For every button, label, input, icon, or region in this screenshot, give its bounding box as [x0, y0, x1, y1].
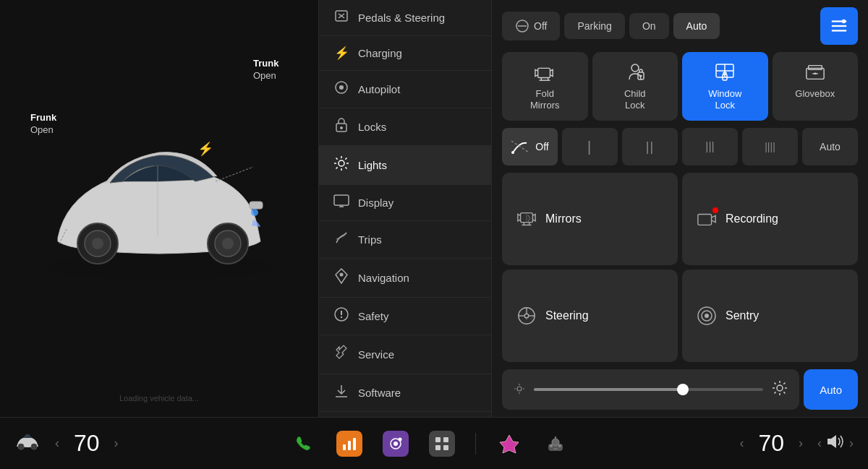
svg-point-4 [92, 238, 103, 249]
svg-rect-55 [808, 66, 822, 70]
frunk-label: Frunk Open [30, 112, 56, 137]
sidebar-item-charging-label: Charging [358, 47, 402, 59]
sidebar-item-software-label: Software [358, 387, 401, 399]
wiper-off-icon [511, 139, 529, 155]
sidebar-item-locks[interactable]: Locks [319, 108, 491, 146]
wiper-level2-button[interactable]: || [622, 128, 678, 165]
volume-decrease-button[interactable]: ‹ [817, 436, 822, 451]
svg-point-19 [339, 160, 344, 166]
recording-button[interactable]: Recording [682, 173, 858, 265]
app-party[interactable] [496, 431, 522, 457]
svg-point-58 [511, 151, 514, 154]
sidebar-item-pedals[interactable]: Pedals & Steering [319, 0, 491, 36]
lights-on-button[interactable]: On [629, 13, 669, 39]
speed-left-prev-arrow[interactable]: ‹ [55, 436, 59, 451]
brightness-slider-container[interactable] [502, 369, 799, 410]
brightness-track[interactable] [534, 388, 763, 391]
glovebox-button[interactable]: Glovebox [773, 52, 859, 121]
sidebar-item-service[interactable]: Service [319, 335, 491, 374]
svg-rect-93 [348, 441, 351, 450]
svg-line-86 [784, 382, 786, 384]
svg-point-79 [777, 385, 783, 391]
taskbar-left: ‹ 70 › [14, 430, 119, 457]
svg-point-42 [842, 20, 846, 24]
app-joystick[interactable] [542, 431, 569, 457]
lights-menu-button[interactable] [820, 7, 858, 45]
wiper-level1-button[interactable]: | [562, 128, 618, 165]
svg-line-24 [336, 158, 338, 160]
speed-right-next-arrow[interactable]: › [799, 436, 803, 451]
sidebar-item-display[interactable]: Display [319, 185, 491, 221]
wiper-auto-button[interactable]: Auto [802, 128, 858, 165]
svg-rect-94 [353, 438, 356, 450]
app-grid[interactable] [429, 431, 455, 457]
sidebar-item-autopilot-label: Autopilot [358, 83, 400, 95]
charging-icon: ⚡ [333, 46, 349, 61]
brightness-auto-button[interactable]: Auto [804, 369, 858, 410]
svg-point-67 [524, 314, 529, 318]
svg-point-11 [251, 209, 258, 216]
svg-line-27 [336, 167, 338, 168]
wiper-level4-button[interactable]: |||| [742, 128, 798, 165]
volume-increase-button[interactable]: › [849, 436, 854, 451]
sidebar-item-software[interactable]: Software [319, 374, 491, 412]
speed-left-next-arrow[interactable]: › [114, 436, 119, 451]
pedals-icon [333, 9, 349, 26]
svg-line-25 [345, 167, 346, 168]
svg-rect-92 [343, 444, 346, 450]
sentry-button[interactable]: Sentry [682, 270, 858, 362]
app-energy[interactable] [336, 431, 362, 457]
sidebar-item-locks-label: Locks [358, 121, 386, 133]
app-phone[interactable] [290, 431, 316, 457]
svg-point-31 [340, 273, 344, 277]
lights-off-button[interactable]: Off [502, 12, 560, 40]
steering-button[interactable]: Steering [502, 270, 678, 362]
taskbar-right: ‹ 70 › ‹ › [739, 430, 854, 457]
mirrors-icon [516, 209, 537, 229]
svg-point-96 [393, 442, 398, 446]
mirrors-button[interactable]: Mirrors [502, 173, 678, 265]
sidebar-item-autopilot[interactable]: Autopilot [319, 71, 491, 108]
window-lock-button[interactable]: WindowLock [682, 52, 768, 121]
sidebar-item-safety[interactable]: Safety [319, 298, 491, 335]
speed-display-right: 70 [758, 430, 784, 457]
sidebar-item-navigation[interactable]: Navigation [319, 259, 491, 298]
wiper-off-button[interactable]: Off [502, 128, 558, 165]
brightness-thumb[interactable] [677, 384, 689, 395]
svg-point-7 [222, 238, 234, 249]
fold-mirrors-icon [535, 62, 555, 82]
car-illustration [29, 122, 289, 296]
svg-point-97 [398, 437, 401, 441]
sidebar-item-trips[interactable]: Trips [319, 221, 491, 259]
glovebox-icon [805, 62, 825, 82]
sidebar-item-trips-label: Trips [358, 233, 382, 246]
sidebar-item-lights[interactable]: Lights [319, 146, 491, 185]
svg-point-89 [20, 445, 22, 448]
child-lock-button[interactable]: ChildLock [592, 52, 678, 121]
sidebar-item-charging[interactable]: ⚡ Charging [319, 36, 491, 71]
brightness-low-icon [514, 383, 525, 397]
lights-parking-button[interactable]: Parking [564, 13, 624, 39]
brightness-row: Auto [502, 369, 858, 410]
trips-icon [333, 231, 349, 249]
fold-mirrors-button[interactable]: FoldMirrors [502, 52, 588, 121]
sentry-icon [697, 306, 717, 326]
sidebar-item-safety-label: Safety [358, 310, 389, 322]
taskbar-divider [475, 433, 476, 455]
app-camera[interactable] [383, 431, 409, 457]
svg-line-26 [345, 158, 346, 160]
lights-icon [333, 155, 349, 175]
volume-icon[interactable] [826, 434, 845, 453]
lights-auto-button[interactable]: Auto [673, 13, 720, 39]
sidebar: Pedals & Steering ⚡ Charging Autopilot [318, 0, 492, 417]
sidebar-item-upgrades[interactable]: Upgrades [319, 412, 491, 417]
svg-point-34 [341, 317, 342, 318]
wiper-level3-button[interactable]: ||| [682, 128, 738, 165]
car-section: Frunk Open Trunk Open ⚡ Loading vehicle … [0, 0, 318, 417]
taskbar-center [290, 431, 569, 457]
locks-icon [333, 118, 349, 136]
sidebar-item-display-label: Display [358, 197, 393, 209]
speed-right-prev-arrow[interactable]: ‹ [739, 436, 744, 451]
car-small-icon[interactable] [14, 432, 41, 455]
svg-point-105 [552, 439, 559, 446]
